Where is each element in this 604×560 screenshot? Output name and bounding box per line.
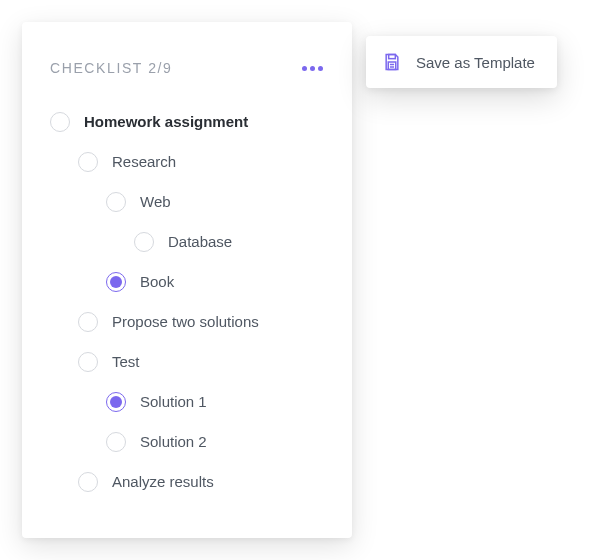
checklist-checkbox[interactable] [106, 432, 126, 452]
checklist-checkbox[interactable] [106, 272, 126, 292]
save-as-template-label: Save as Template [416, 54, 535, 71]
checklist-item-label: Test [112, 353, 140, 371]
checklist-card: CHECKLIST 2/9 Homework assignmentResearc… [22, 22, 352, 538]
checklist-item-label: Research [112, 153, 176, 171]
save-as-template-button[interactable]: Save as Template [366, 36, 557, 88]
checklist-item: Solution 2 [50, 422, 324, 462]
checklist-item-label: Database [168, 233, 232, 251]
dots-icon [302, 66, 307, 71]
checklist-item-label: Homework assignment [84, 113, 248, 131]
svg-rect-0 [389, 55, 396, 59]
card-header: CHECKLIST 2/9 [50, 56, 324, 80]
checklist-item: Database [50, 222, 324, 262]
checklist-checkbox[interactable] [78, 352, 98, 372]
checkbox-fill-icon [110, 276, 122, 288]
dots-icon [310, 66, 315, 71]
checklist-item: Solution 1 [50, 382, 324, 422]
checklist-title: CHECKLIST 2/9 [50, 60, 172, 76]
checklist-item-label: Analyze results [112, 473, 214, 491]
checklist-checkbox[interactable] [106, 392, 126, 412]
checklist-item-label: Book [140, 273, 174, 291]
checklist-checkbox[interactable] [78, 312, 98, 332]
checklist-checkbox[interactable] [78, 472, 98, 492]
checklist-item: Propose two solutions [50, 302, 324, 342]
checklist-item: Web [50, 182, 324, 222]
stage: CHECKLIST 2/9 Homework assignmentResearc… [0, 0, 604, 560]
checklist-item: Homework assignment [50, 102, 324, 142]
checklist-item: Research [50, 142, 324, 182]
dots-icon [318, 66, 323, 71]
checklist-checkbox[interactable] [134, 232, 154, 252]
checklist-checkbox[interactable] [78, 152, 98, 172]
checklist-items: Homework assignmentResearchWebDatabaseBo… [50, 102, 324, 502]
checklist-item-label: Solution 1 [140, 393, 207, 411]
checklist-checkbox[interactable] [50, 112, 70, 132]
checklist-checkbox[interactable] [106, 192, 126, 212]
svg-rect-1 [388, 62, 396, 70]
more-options-button[interactable] [300, 56, 324, 80]
checklist-item: Analyze results [50, 462, 324, 502]
save-icon [382, 52, 402, 72]
checklist-item-label: Solution 2 [140, 433, 207, 451]
checklist-item-label: Propose two solutions [112, 313, 259, 331]
checkbox-fill-icon [110, 396, 122, 408]
checklist-item-label: Web [140, 193, 171, 211]
checklist-item: Test [50, 342, 324, 382]
checklist-item: Book [50, 262, 324, 302]
